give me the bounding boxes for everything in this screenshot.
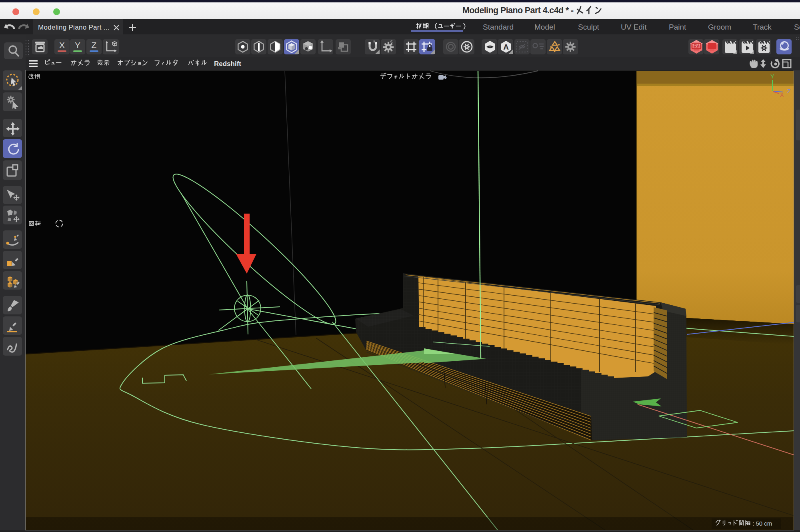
- svg-text:RV: RV: [694, 44, 699, 48]
- svg-text:A: A: [503, 43, 509, 51]
- svg-text:Z: Z: [787, 88, 791, 94]
- svg-text:Y: Y: [770, 73, 774, 80]
- svg-text:X: X: [780, 92, 784, 98]
- svg-text:: 50 cm: : 50 cm: [751, 520, 772, 527]
